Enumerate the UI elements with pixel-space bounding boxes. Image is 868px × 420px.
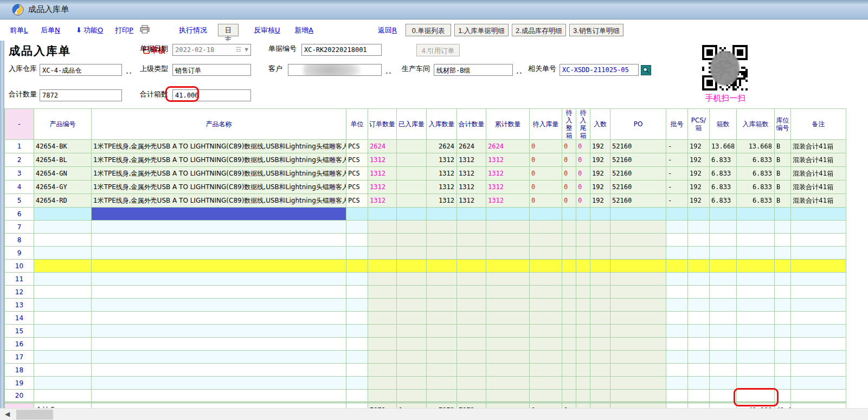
row-number-cell[interactable]: 6 xyxy=(5,208,34,221)
grid-cell[interactable] xyxy=(530,221,562,234)
grid-cell[interactable] xyxy=(368,312,397,325)
grid-cell[interactable] xyxy=(457,338,486,351)
grid-cell[interactable] xyxy=(346,247,368,260)
table-row-empty[interactable]: 17 xyxy=(5,351,846,364)
grid-cell[interactable] xyxy=(530,390,562,403)
grid-cell[interactable] xyxy=(92,247,346,260)
grid-cell[interactable] xyxy=(457,390,486,403)
grid-cell[interactable]: 1312 xyxy=(486,153,530,167)
grid-cell[interactable] xyxy=(457,299,486,312)
grid-cell[interactable] xyxy=(427,312,457,325)
grid-cell[interactable] xyxy=(710,286,737,299)
grid-cell[interactable] xyxy=(530,377,562,390)
grid-cell[interactable] xyxy=(791,338,846,351)
grid-cell[interactable] xyxy=(666,234,688,247)
grid-cell[interactable]: 0 xyxy=(576,180,590,194)
row-number-cell[interactable]: 13 xyxy=(5,299,34,312)
grid-cell[interactable] xyxy=(530,338,562,351)
grid-cell[interactable] xyxy=(530,351,562,364)
grid-cell[interactable] xyxy=(346,364,368,377)
grid-cell[interactable] xyxy=(397,234,427,247)
grid-cell[interactable] xyxy=(610,247,666,260)
grid-cell[interactable] xyxy=(397,312,427,325)
grid-cell[interactable] xyxy=(562,351,576,364)
grid-cell[interactable]: - xyxy=(666,153,688,167)
grid-cell[interactable] xyxy=(34,364,92,377)
grid-cell[interactable] xyxy=(346,286,368,299)
grid-cell[interactable] xyxy=(457,221,486,234)
grid-cell[interactable]: 6.833 xyxy=(737,153,775,167)
grid-cell[interactable] xyxy=(34,390,92,403)
grid-cell[interactable] xyxy=(346,390,368,403)
grid-cell[interactable] xyxy=(737,338,775,351)
grid-cell[interactable] xyxy=(688,351,710,364)
grid-cell[interactable] xyxy=(397,338,427,351)
grid-cell[interactable] xyxy=(486,260,530,273)
grid-cell[interactable] xyxy=(397,325,427,338)
grid-cell[interactable]: 1312 xyxy=(368,153,397,167)
menu-add-new[interactable]: 新增A xyxy=(294,25,313,35)
grid-cell[interactable] xyxy=(775,338,791,351)
grid-cell[interactable] xyxy=(775,299,791,312)
menu-next-doc[interactable]: 后单N xyxy=(41,25,60,35)
grid-cell[interactable] xyxy=(457,260,486,273)
grid-cell[interactable] xyxy=(92,325,346,338)
grid-cell[interactable] xyxy=(590,221,610,234)
grid-cell[interactable]: 0 xyxy=(562,140,576,153)
grid-cell[interactable] xyxy=(737,377,775,390)
grid-cell[interactable] xyxy=(791,312,846,325)
grid-cell[interactable]: 52160 xyxy=(610,140,666,153)
grid-cell[interactable] xyxy=(368,247,397,260)
grid-cell[interactable] xyxy=(92,273,346,286)
grid-cell[interactable] xyxy=(92,221,346,234)
grid-cell[interactable]: 1312 xyxy=(486,194,530,208)
grid-cell[interactable]: 13.668 xyxy=(710,140,737,153)
grid-cell[interactable] xyxy=(710,247,737,260)
grid-cell[interactable] xyxy=(590,390,610,403)
grid-cell[interactable]: 1312 xyxy=(427,153,457,167)
grid-cell[interactable]: 192 xyxy=(688,194,710,208)
grid-cell[interactable] xyxy=(791,286,846,299)
grid-cell[interactable] xyxy=(457,286,486,299)
grid-cell[interactable] xyxy=(486,351,530,364)
total-qty-field[interactable]: 7872 xyxy=(40,89,122,101)
menu-execution-status[interactable]: 执行情况 xyxy=(179,25,207,35)
grid-cell[interactable] xyxy=(530,312,562,325)
grid-cell[interactable] xyxy=(346,234,368,247)
grid-cell[interactable] xyxy=(737,364,775,377)
related-no-field[interactable]: XC-XSDD-211025-05 xyxy=(560,64,639,76)
grid-cell[interactable] xyxy=(576,221,590,234)
grid-cell[interactable] xyxy=(791,364,846,377)
grid-cell[interactable] xyxy=(688,273,710,286)
menu-prev-doc[interactable]: 前单L xyxy=(10,25,28,35)
grid-cell[interactable] xyxy=(562,377,576,390)
grid-cell[interactable] xyxy=(457,325,486,338)
grid-cell[interactable]: PCS xyxy=(346,140,368,153)
table-row[interactable]: 442654-GY1米TPE线身,金属外壳USB A TO LIGHTNING(… xyxy=(5,180,846,194)
grid-cell[interactable] xyxy=(427,234,457,247)
grid-cell[interactable] xyxy=(397,208,427,221)
grid-cell[interactable]: 0 xyxy=(562,153,576,167)
row-number-cell[interactable]: 5 xyxy=(5,194,34,208)
grid-cell[interactable] xyxy=(576,286,590,299)
grid-header-col-19[interactable]: 备注 xyxy=(791,109,846,140)
related-no-search-button[interactable] xyxy=(641,65,651,75)
grid-cell[interactable] xyxy=(34,286,92,299)
table-row-empty[interactable]: 19 xyxy=(5,377,846,390)
grid-cell[interactable] xyxy=(710,377,737,390)
grid-cell[interactable] xyxy=(775,364,791,377)
grid-cell[interactable] xyxy=(710,260,737,273)
grid-cell[interactable]: 42654-GY xyxy=(34,180,92,194)
grid-cell[interactable] xyxy=(590,234,610,247)
grid-cell[interactable]: 52160 xyxy=(610,180,666,194)
row-number-cell[interactable]: 14 xyxy=(5,312,34,325)
grid-cell[interactable] xyxy=(710,234,737,247)
grid-cell[interactable] xyxy=(34,260,92,273)
grid-cell[interactable] xyxy=(666,390,688,403)
grid-cell[interactable]: 0 xyxy=(530,153,562,167)
grid-cell[interactable] xyxy=(427,221,457,234)
grid-cell[interactable] xyxy=(530,208,562,221)
grid-cell[interactable]: 192 xyxy=(590,180,610,194)
grid-cell[interactable] xyxy=(688,325,710,338)
grid-cell[interactable]: 1312 xyxy=(457,153,486,167)
